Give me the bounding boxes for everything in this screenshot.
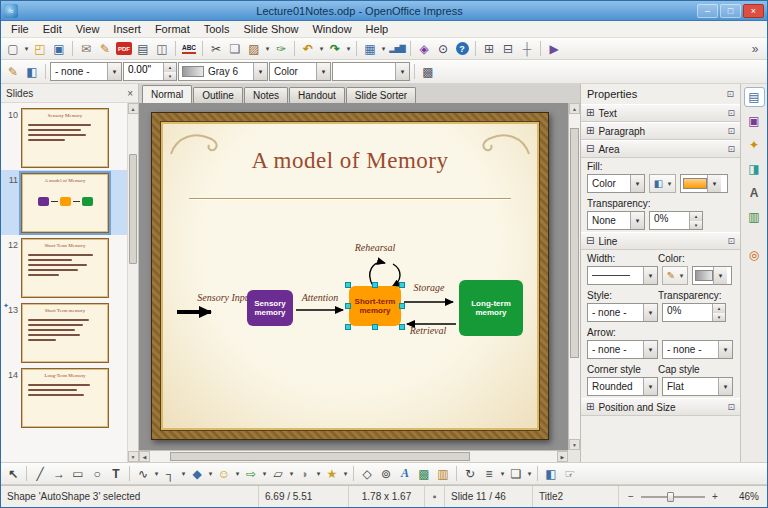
undo-icon[interactable]: ↶ bbox=[299, 40, 317, 58]
paste-dropdown-arrow[interactable]: ▾ bbox=[264, 45, 271, 53]
block-arrows-icon[interactable]: ⇨ bbox=[242, 465, 260, 483]
label-attention[interactable]: Attention bbox=[294, 292, 346, 303]
transparency-type-combo[interactable]: None ▾ bbox=[587, 211, 645, 230]
open-icon[interactable]: ◰ bbox=[31, 40, 49, 58]
page-preview-icon[interactable]: ◫ bbox=[153, 40, 171, 58]
collapse-icon[interactable]: ⊟ bbox=[586, 144, 594, 154]
ellipse-tool-icon[interactable]: ○ bbox=[88, 465, 106, 483]
slide-thumbnail[interactable]: Short Term Memory bbox=[21, 238, 109, 298]
collapse-icon[interactable]: ⊟ bbox=[586, 236, 594, 246]
navigator-icon[interactable]: ◈ bbox=[415, 40, 433, 58]
fill-bucket-button[interactable]: ◧ ▾ bbox=[649, 174, 676, 193]
zoom-percentage[interactable]: 46% bbox=[731, 491, 761, 502]
tab-normal[interactable]: Normal bbox=[142, 85, 192, 103]
document-as-email-icon[interactable]: ✉ bbox=[77, 40, 95, 58]
section-position-size[interactable]: ⊞ Position and Size ⊡ bbox=[581, 398, 740, 416]
dropdown-arrow[interactable]: ▾ bbox=[713, 267, 727, 284]
arrow-end-combo[interactable]: - none - ▾ bbox=[662, 340, 733, 359]
maximize-button[interactable]: □ bbox=[720, 4, 741, 18]
zoom-in-button[interactable]: + bbox=[709, 491, 721, 502]
spin-down[interactable]: ▾ bbox=[713, 313, 725, 322]
gallery-icon[interactable]: ▥ bbox=[434, 465, 452, 483]
spin-down[interactable]: ▾ bbox=[164, 72, 176, 81]
toolbar-overflow-icon[interactable]: » bbox=[746, 40, 764, 58]
slide-thumbnail[interactable]: Short Term memory bbox=[21, 303, 109, 363]
expand-icon[interactable]: ⊞ bbox=[586, 126, 594, 136]
area-dialog-launcher-icon[interactable]: ⊡ bbox=[727, 144, 735, 154]
tab-outline[interactable]: Outline bbox=[193, 87, 243, 103]
curve-tool-icon[interactable]: ∿ bbox=[134, 465, 152, 483]
text-dialog-launcher-icon[interactable]: ⊡ bbox=[727, 108, 735, 118]
insert-picture-icon[interactable]: ▩ bbox=[415, 465, 433, 483]
connector-dropdown-arrow[interactable]: ▾ bbox=[180, 470, 187, 478]
stars-icon[interactable]: ★ bbox=[323, 465, 341, 483]
master-pages-tab-icon[interactable]: ▣ bbox=[744, 111, 765, 131]
basic-shapes-dropdown-arrow[interactable]: ▾ bbox=[207, 470, 214, 478]
line-tool-icon[interactable]: ╱ bbox=[31, 465, 49, 483]
zoom-icon[interactable]: ⊙ bbox=[434, 40, 452, 58]
save-icon[interactable]: ▣ bbox=[50, 40, 68, 58]
slide-canvas[interactable]: A model of Memory bbox=[151, 112, 549, 440]
area-fill-type-combo[interactable]: Color ▾ bbox=[587, 174, 645, 193]
snap-to-grid-icon[interactable]: ⊟ bbox=[499, 40, 517, 58]
undo-dropdown-arrow[interactable]: ▾ bbox=[318, 45, 325, 53]
menu-view[interactable]: View bbox=[69, 22, 107, 36]
basic-shapes-icon[interactable]: ◆ bbox=[188, 465, 206, 483]
line-color-picker[interactable]: ▾ bbox=[692, 266, 732, 285]
arrange-icon[interactable]: ❏ bbox=[507, 465, 525, 483]
redo-dropdown-arrow[interactable]: ▾ bbox=[345, 45, 352, 53]
spellcheck-icon[interactable]: ABC bbox=[180, 40, 198, 58]
slide-template-name[interactable]: Title2 bbox=[533, 486, 619, 507]
line-width-spinner[interactable]: 0.00" ▴ ▾ bbox=[123, 62, 177, 81]
scroll-track[interactable] bbox=[150, 451, 557, 462]
tab-notes[interactable]: Notes bbox=[244, 87, 288, 103]
menu-edit[interactable]: Edit bbox=[36, 22, 69, 36]
label-retrieval[interactable]: Retrieval bbox=[399, 325, 457, 336]
scroll-up-arrow[interactable]: ▲ bbox=[569, 103, 580, 114]
spin-down[interactable]: ▾ bbox=[690, 221, 702, 230]
slide-transition-tab-icon[interactable]: ◨ bbox=[744, 159, 765, 179]
insert-table-icon[interactable]: ▦ bbox=[361, 40, 379, 58]
interaction-icon[interactable]: ☞ bbox=[561, 465, 579, 483]
line-color-dropdown[interactable]: ▾ bbox=[253, 63, 267, 80]
possize-dialog-launcher-icon[interactable]: ⊡ bbox=[727, 402, 735, 412]
line-color-pencil-button[interactable]: ✎ ▾ bbox=[662, 266, 688, 285]
selection-handle[interactable] bbox=[399, 324, 405, 330]
rectangle-tool-icon[interactable]: ▭ bbox=[69, 465, 87, 483]
sensory-memory-box[interactable]: Sensory memory bbox=[247, 290, 293, 326]
short-term-memory-box-selected[interactable]: Short-term memory bbox=[349, 286, 401, 326]
insert-chart-icon[interactable]: ▂▅▇ bbox=[388, 40, 406, 58]
line-dialog-launcher-icon[interactable]: ⊡ bbox=[727, 236, 735, 246]
area-dialog-icon[interactable]: ◧ bbox=[23, 63, 41, 81]
vertical-scrollbar[interactable]: ▲ ▼ bbox=[568, 103, 580, 450]
dropdown-arrow[interactable]: ▾ bbox=[643, 378, 657, 395]
menu-help[interactable]: Help bbox=[359, 22, 396, 36]
edit-file-icon[interactable]: ✎ bbox=[96, 40, 114, 58]
properties-tab-icon[interactable]: ▤ bbox=[744, 87, 765, 107]
dropdown-arrow[interactable]: ▾ bbox=[678, 272, 685, 280]
spin-up[interactable]: ▴ bbox=[164, 63, 176, 72]
selection-handle[interactable] bbox=[372, 282, 378, 288]
alignment-icon[interactable]: ≡ bbox=[480, 465, 498, 483]
fill-type-combo[interactable]: Color ▾ bbox=[269, 62, 331, 81]
stars-dropdown-arrow[interactable]: ▾ bbox=[342, 470, 349, 478]
line-style-combo[interactable]: - none - ▾ bbox=[50, 62, 122, 81]
label-rehearsal[interactable]: Rehearsal bbox=[343, 242, 407, 253]
copy-icon[interactable]: ❏ bbox=[226, 40, 244, 58]
table-dropdown-arrow[interactable]: ▾ bbox=[380, 45, 387, 53]
section-paragraph[interactable]: ⊞ Paragraph ⊡ bbox=[581, 122, 740, 140]
minimize-button[interactable]: – bbox=[697, 4, 718, 18]
edit-points-icon[interactable]: ◇ bbox=[358, 465, 376, 483]
selection-handle[interactable] bbox=[399, 282, 405, 288]
scroll-track[interactable] bbox=[128, 114, 139, 451]
scroll-thumb[interactable] bbox=[129, 154, 137, 264]
arrow-start-combo[interactable]: - none - ▾ bbox=[587, 340, 658, 359]
expand-icon[interactable]: ⊞ bbox=[586, 402, 594, 412]
menu-tools[interactable]: Tools bbox=[197, 22, 237, 36]
expand-icon[interactable]: ⊞ bbox=[586, 108, 594, 118]
redo-icon[interactable]: ↷ bbox=[326, 40, 344, 58]
slide-thumbnail[interactable]: Sensory Memory bbox=[21, 108, 109, 168]
spin-up[interactable]: ▴ bbox=[713, 304, 725, 313]
fill-color-combo[interactable]: ▾ bbox=[332, 62, 410, 81]
zoom-slider-thumb[interactable] bbox=[667, 492, 674, 502]
